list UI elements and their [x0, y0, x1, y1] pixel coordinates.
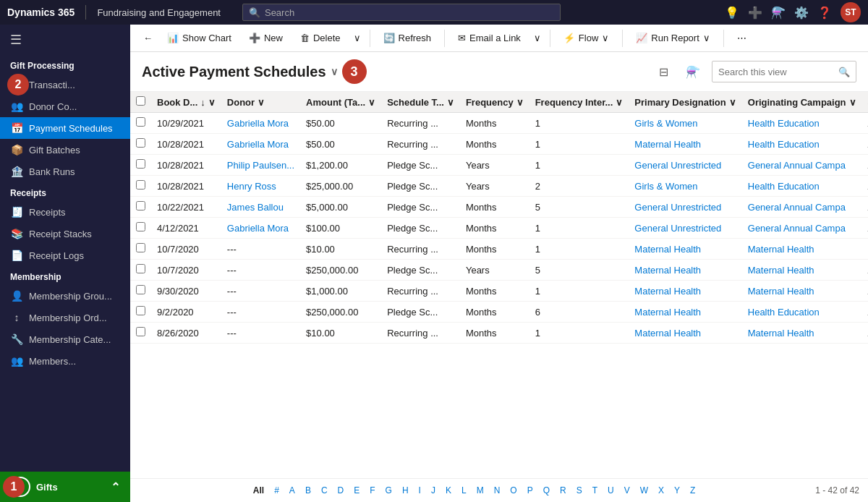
- row-originating-campaign[interactable]: Maternal Health: [742, 239, 862, 260]
- row-checkbox[interactable]: [136, 222, 145, 231]
- col-originating-campaign[interactable]: Originating Campaign ∨: [742, 92, 862, 113]
- row-checkbox-cell[interactable]: [130, 134, 151, 155]
- page-letter-s[interactable]: S: [572, 483, 587, 498]
- page-letter-b[interactable]: B: [301, 483, 315, 498]
- page-letter-all[interactable]: All: [249, 483, 268, 498]
- row-originating-campaign[interactable]: Health Education: [742, 302, 862, 323]
- col-frequency[interactable]: Frequency ∨: [460, 92, 529, 113]
- row-originating-campaign[interactable]: Health Education: [742, 176, 862, 197]
- col-sched-filter-icon[interactable]: ∨: [447, 97, 454, 108]
- page-letter-h[interactable]: H: [398, 483, 413, 498]
- row-primary-designation[interactable]: General Unrestricted: [629, 218, 741, 239]
- row-originating-campaign[interactable]: General Annual Campa: [742, 197, 862, 218]
- page-letter-y[interactable]: Y: [670, 483, 684, 498]
- delete-button[interactable]: 🗑 Delete: [293, 29, 348, 47]
- sidebar-item-receipts[interactable]: 🧾 Receipts: [0, 201, 130, 223]
- sidebar-item-receipt-stacks[interactable]: 📚 Receipt Stacks: [0, 223, 130, 244]
- email-link-button[interactable]: ✉ Email a Link: [451, 29, 528, 47]
- page-letter-#[interactable]: #: [270, 483, 284, 498]
- row-primary-designation[interactable]: Maternal Health: [629, 239, 741, 260]
- sidebar-item-members[interactable]: 👥 Members...: [0, 350, 130, 372]
- refresh-button[interactable]: 🔄 Refresh: [376, 29, 439, 47]
- search-this-view-input[interactable]: [718, 67, 838, 77]
- row-primary-designation[interactable]: Maternal Health: [629, 323, 741, 344]
- row-primary-designation[interactable]: General Unrestricted: [629, 155, 741, 176]
- row-checkbox-cell[interactable]: [130, 239, 151, 260]
- row-originating-campaign[interactable]: General Annual Campa: [742, 218, 862, 239]
- sidebar-item-receipt-logs[interactable]: 📄 Receipt Logs: [0, 244, 130, 266]
- row-donor[interactable]: Gabriella Mora: [221, 113, 300, 134]
- row-checkbox[interactable]: [136, 327, 145, 336]
- page-letter-z[interactable]: Z: [686, 483, 699, 498]
- gifts-nav-item[interactable]: G Gifts 1 ⌃: [0, 472, 130, 502]
- row-checkbox-cell[interactable]: [130, 323, 151, 344]
- toolbar-chevron-down[interactable]: ∨: [351, 29, 364, 47]
- page-letter-l[interactable]: L: [457, 483, 471, 498]
- sidebar-item-membership-cate[interactable]: 🔧 Membership Cate...: [0, 328, 130, 350]
- row-checkbox-cell[interactable]: [130, 302, 151, 323]
- page-letter-q[interactable]: Q: [539, 483, 554, 498]
- col-select-all[interactable]: [130, 92, 151, 113]
- col-amount[interactable]: Amount (Ta... ∨: [300, 92, 381, 113]
- col-primary-designation[interactable]: Primary Designation ∨: [629, 92, 741, 113]
- more-options-button[interactable]: ⋯: [730, 29, 754, 47]
- page-letter-c[interactable]: C: [317, 483, 332, 498]
- col-prim-filter-icon[interactable]: ∨: [729, 97, 736, 108]
- new-button[interactable]: ➕ New: [242, 29, 290, 47]
- hamburger-menu[interactable]: ☰: [0, 25, 130, 55]
- page-letter-m[interactable]: M: [472, 483, 488, 498]
- row-checkbox-cell[interactable]: [130, 281, 151, 302]
- email-chevron[interactable]: ∨: [531, 29, 544, 47]
- row-primary-designation[interactable]: General Unrestricted: [629, 197, 741, 218]
- page-letter-g[interactable]: G: [381, 483, 396, 498]
- row-primary-designation[interactable]: Maternal Health: [629, 302, 741, 323]
- show-chart-button[interactable]: 📊 Show Chart: [160, 29, 239, 47]
- row-checkbox-cell[interactable]: [130, 260, 151, 281]
- row-primary-designation[interactable]: Maternal Health: [629, 134, 741, 155]
- row-donor[interactable]: Henry Ross: [221, 176, 300, 197]
- row-primary-designation[interactable]: Maternal Health: [629, 260, 741, 281]
- row-originating-campaign[interactable]: Maternal Health: [742, 323, 862, 344]
- back-button[interactable]: ←: [139, 29, 157, 47]
- row-checkbox-cell[interactable]: [130, 218, 151, 239]
- row-donor[interactable]: Gabriella Mora: [221, 218, 300, 239]
- sidebar-item-membership-grou[interactable]: 👤 Membership Grou...: [0, 285, 130, 307]
- settings-icon[interactable]: ⚙️: [794, 6, 809, 20]
- col-freq-filter-icon[interactable]: ∨: [516, 97, 524, 108]
- flow-button[interactable]: ⚡ Flow ∨: [556, 29, 616, 47]
- page-letter-o[interactable]: O: [506, 483, 521, 498]
- page-letter-w[interactable]: W: [636, 483, 652, 498]
- page-letter-k[interactable]: K: [441, 483, 456, 498]
- row-donor[interactable]: Gabriella Mora: [221, 134, 300, 155]
- page-letter-d[interactable]: D: [333, 483, 349, 498]
- filter-icon[interactable]: ⚗️: [771, 6, 786, 20]
- page-letter-e[interactable]: E: [349, 483, 364, 498]
- select-all-checkbox[interactable]: [136, 96, 145, 106]
- row-checkbox[interactable]: [136, 264, 145, 273]
- help-icon[interactable]: ❓: [817, 6, 832, 20]
- page-letter-v[interactable]: V: [620, 483, 634, 498]
- row-originating-campaign[interactable]: Maternal Health: [742, 281, 862, 302]
- sidebar-item-bank-runs[interactable]: 🏦 Bank Runs: [0, 161, 130, 182]
- page-letter-t[interactable]: T: [588, 483, 602, 498]
- row-checkbox[interactable]: [136, 180, 145, 190]
- row-primary-designation[interactable]: Girls & Women: [629, 113, 741, 134]
- add-icon[interactable]: ➕: [748, 6, 762, 20]
- row-donor[interactable]: Philip Paulsen...: [221, 155, 300, 176]
- row-checkbox[interactable]: [136, 117, 145, 127]
- row-checkbox[interactable]: [136, 285, 145, 294]
- page-letter-r[interactable]: R: [556, 483, 571, 498]
- col-donor[interactable]: Donor ∨: [221, 92, 300, 113]
- col-orig-filter-icon[interactable]: ∨: [849, 97, 856, 108]
- row-originating-campaign[interactable]: Maternal Health: [742, 260, 862, 281]
- col-amount-filter-icon[interactable]: ∨: [368, 97, 375, 108]
- row-checkbox[interactable]: [136, 138, 145, 148]
- page-letter-a[interactable]: A: [285, 483, 299, 498]
- row-checkbox-cell[interactable]: [130, 197, 151, 218]
- global-search-input[interactable]: [265, 7, 554, 18]
- sidebar-item-gift-batches[interactable]: 📦 Gift Batches: [0, 139, 130, 161]
- col-schedule-type[interactable]: Schedule T... ∨: [381, 92, 460, 113]
- col-book-date[interactable]: Book D... ↓ ∨: [151, 92, 221, 113]
- page-letter-n[interactable]: N: [490, 483, 505, 498]
- row-checkbox-cell[interactable]: [130, 176, 151, 197]
